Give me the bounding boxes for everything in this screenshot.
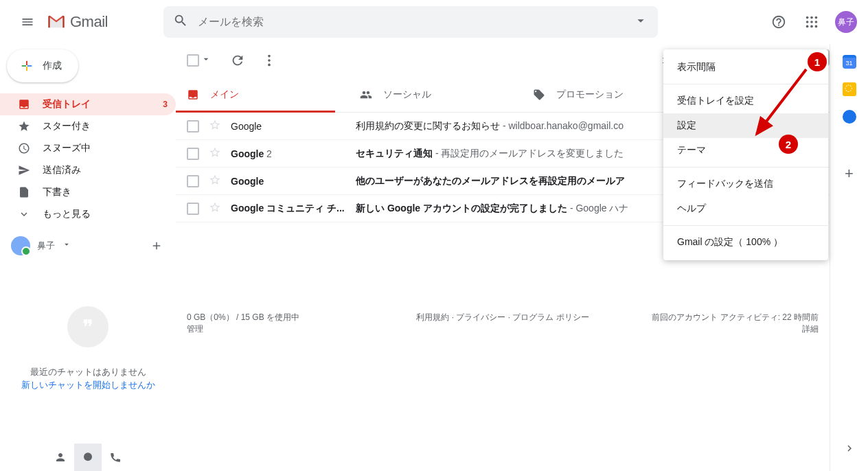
row-checkbox[interactable] xyxy=(187,175,199,187)
file-icon xyxy=(18,186,30,198)
menu-help[interactable]: ヘルプ xyxy=(663,196,828,221)
app-header: Gmail 鼻子 xyxy=(0,0,868,44)
storage-text: 0 GB（0%） / 15 GB を使用中 xyxy=(187,312,398,323)
nav-label: 下書き xyxy=(43,186,71,198)
menu-gmail-settings[interactable]: Gmail の設定（ 100% ） xyxy=(663,230,828,255)
collapse-panel-button[interactable] xyxy=(843,442,856,457)
svg-point-0 xyxy=(806,16,809,19)
message-from: Google xyxy=(231,121,346,132)
tab-social[interactable]: ソーシャル xyxy=(349,77,522,112)
menu-divider xyxy=(663,225,828,226)
tab-label: プロモーション xyxy=(556,89,624,101)
search-input[interactable] xyxy=(198,16,633,28)
annotation-arrow xyxy=(744,65,813,141)
svg-point-12 xyxy=(268,64,271,67)
new-chat-button[interactable] xyxy=(148,238,165,254)
tab-primary[interactable]: メイン xyxy=(176,77,349,112)
user-dropdown[interactable] xyxy=(62,240,71,252)
clock-icon xyxy=(18,142,30,154)
side-panel: 31 + xyxy=(830,44,868,471)
hangouts-tab[interactable] xyxy=(74,444,102,471)
plus-icon xyxy=(19,58,34,73)
svg-point-7 xyxy=(810,25,813,28)
activity-detail-link[interactable]: 詳細 xyxy=(802,324,819,334)
svg-point-5 xyxy=(815,21,818,23)
star-outline-icon xyxy=(209,201,221,214)
message-from: Google xyxy=(231,176,346,187)
get-addons-button[interactable]: + xyxy=(845,165,854,183)
row-checkbox[interactable] xyxy=(187,120,199,133)
hangouts-quote-icon: ❞ xyxy=(67,306,108,347)
help-icon xyxy=(771,14,786,30)
star-button[interactable] xyxy=(209,146,221,161)
svg-point-1 xyxy=(810,16,813,19)
search-options-button[interactable] xyxy=(633,13,648,31)
nav-label: 送信済み xyxy=(43,164,81,176)
support-button[interactable] xyxy=(765,8,792,36)
menu-divider xyxy=(663,167,828,168)
menu-themes[interactable]: テーマ xyxy=(663,138,828,163)
hangouts-empty: ❞ 最近のチャットはありません 新しいチャットを開始しませんか xyxy=(0,306,176,391)
star-button[interactable] xyxy=(209,201,221,216)
main-menu-button[interactable] xyxy=(11,5,44,38)
nav-label: スヌーズ中 xyxy=(43,142,91,154)
chevron-down-icon xyxy=(18,208,30,220)
chevron-right-icon xyxy=(843,442,856,455)
hamburger-icon xyxy=(21,15,34,29)
nav-snoozed[interactable]: スヌーズ中 xyxy=(0,137,176,159)
search-bar[interactable] xyxy=(163,6,658,38)
inbox-count: 3 xyxy=(163,100,168,109)
message-from: Google コミュニティ チ... xyxy=(231,203,346,215)
compose-button[interactable]: 作成 xyxy=(7,49,78,82)
svg-point-11 xyxy=(268,59,271,62)
nav-more[interactable]: もっと見る xyxy=(0,203,176,225)
select-dropdown[interactable] xyxy=(201,54,212,67)
hangouts-user-name: 鼻子 xyxy=(37,240,55,252)
svg-point-4 xyxy=(810,21,813,23)
people-icon xyxy=(360,89,372,101)
nav-drafts[interactable]: 下書き xyxy=(0,181,176,203)
hangouts-user-row[interactable]: 鼻子 xyxy=(0,233,176,258)
sidebar: 作成 受信トレイ 3 スター付き スヌーズ中 送信済み 下書き もっと見る xyxy=(0,44,176,471)
sidebar-footer-tabs xyxy=(0,444,176,471)
tab-label: ソーシャル xyxy=(383,89,431,101)
apps-grid-icon xyxy=(804,14,819,30)
annotation-1: 1 xyxy=(808,52,827,71)
contacts-tab[interactable] xyxy=(47,444,74,471)
tag-icon xyxy=(533,89,545,101)
star-outline-icon xyxy=(209,146,221,159)
last-activity: 前回のアカウント アクティビティ: 22 時間前 xyxy=(608,312,819,323)
account-avatar[interactable]: 鼻子 xyxy=(835,11,857,33)
svg-point-6 xyxy=(806,25,809,28)
nav-label: 受信トレイ xyxy=(43,98,91,111)
menu-send-feedback[interactable]: フィードバックを送信 xyxy=(663,172,828,196)
policies-links[interactable]: 利用規約 · プライバシー · プログラム ポリシー xyxy=(416,312,589,322)
apps-button[interactable] xyxy=(798,8,825,36)
star-outline-icon xyxy=(209,174,221,186)
gmail-logo[interactable]: Gmail xyxy=(47,13,163,31)
refresh-button[interactable] xyxy=(224,47,251,74)
inbox-icon xyxy=(18,98,30,111)
phone-tab[interactable] xyxy=(102,444,129,471)
nav-label: もっと見る xyxy=(43,208,91,220)
manage-storage-link[interactable]: 管理 xyxy=(187,324,203,334)
row-checkbox[interactable] xyxy=(187,148,199,160)
nav-starred[interactable]: スター付き xyxy=(0,115,176,137)
svg-point-8 xyxy=(815,25,818,28)
hangouts-start-link[interactable]: 新しいチャットを開始しませんか xyxy=(0,380,176,391)
more-button[interactable] xyxy=(255,47,283,74)
svg-point-2 xyxy=(815,16,818,19)
tab-label: メイン xyxy=(210,89,239,101)
select-all[interactable] xyxy=(187,54,212,67)
row-checkbox[interactable] xyxy=(187,203,199,215)
svg-point-9 xyxy=(84,452,92,461)
calendar-addon[interactable]: 31 xyxy=(843,55,856,69)
app-name: Gmail xyxy=(70,13,108,31)
star-button[interactable] xyxy=(209,119,221,133)
nav-sent[interactable]: 送信済み xyxy=(0,159,176,181)
nav-inbox[interactable]: 受信トレイ 3 xyxy=(0,93,176,115)
tasks-addon[interactable] xyxy=(843,110,856,124)
star-button[interactable] xyxy=(209,174,221,188)
keep-addon[interactable] xyxy=(843,82,856,96)
svg-line-13 xyxy=(757,69,806,134)
